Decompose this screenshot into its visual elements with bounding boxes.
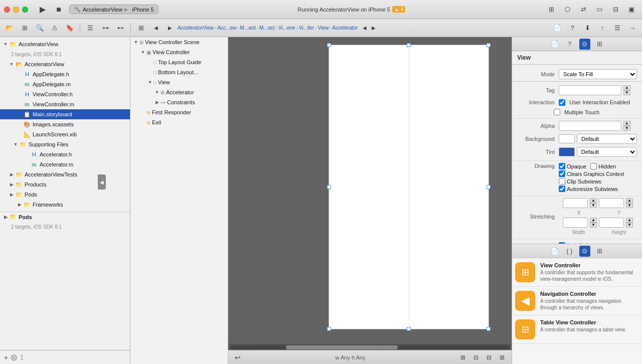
- lib-tab-code[interactable]: { }: [564, 246, 575, 257]
- disc-constr[interactable]: [153, 99, 160, 106]
- filter-icon[interactable]: ⊛: [10, 352, 18, 363]
- handle-ml[interactable]: [327, 185, 331, 189]
- breadcrumb-item-7[interactable]: View: [318, 25, 329, 31]
- disclosure-project[interactable]: [2, 41, 9, 48]
- disc-pods2[interactable]: [2, 214, 9, 221]
- breadcrumb-back[interactable]: ◀: [149, 22, 163, 35]
- sh-up[interactable]: ▲: [626, 218, 633, 223]
- sidebar-item-main-storyboard[interactable]: 📋 Main.storyboard: [0, 109, 130, 119]
- back-btn[interactable]: ↩: [232, 352, 243, 363]
- library-item-table-view-controller[interactable]: ⊟ Table View Controller A controller tha…: [512, 315, 642, 344]
- lib-tab-objects[interactable]: ⊙: [579, 246, 590, 257]
- autoresize-checkbox[interactable]: [559, 186, 565, 192]
- scheme-selector[interactable]: 🔨 AcceleratorView ▶ iPhone 5: [69, 5, 158, 14]
- disclosure-sf[interactable]: [12, 141, 19, 148]
- tab-attributes-inspector[interactable]: ⊙: [579, 39, 590, 50]
- share-icon[interactable]: ⬡: [561, 3, 574, 16]
- library-item-navigation-controller[interactable]: ◀ Navigation Controller A controller tha…: [512, 287, 642, 315]
- outline-scene[interactable]: ⊞ View Controller Scene: [130, 37, 228, 47]
- next-issue-icon[interactable]: ▶: [370, 22, 378, 35]
- tint-color-swatch[interactable]: [559, 147, 575, 156]
- sw-dn[interactable]: ▼: [590, 223, 597, 228]
- help-icon[interactable]: ?: [566, 22, 579, 35]
- disclosure-av[interactable]: [8, 61, 15, 68]
- tab-file-inspector[interactable]: 📄: [549, 39, 560, 50]
- sidebar-item-viewcontroller-h[interactable]: H ViewController.h: [0, 89, 130, 99]
- breadcrumb-item-5[interactable]: Vi...ene: [278, 25, 295, 31]
- sy-up[interactable]: ▲: [626, 198, 633, 203]
- stretch-x-input[interactable]: 0: [563, 198, 588, 208]
- sidebar-item-supporting-files[interactable]: 📁 Supporting Files: [0, 139, 130, 149]
- sidebar-item-accelerator-h[interactable]: H Accelerator.h: [0, 149, 130, 159]
- stretch-h-stepper[interactable]: ▲ ▼: [626, 218, 633, 228]
- extra-icon[interactable]: ☰: [611, 22, 624, 35]
- alpha-increment[interactable]: ▲: [623, 121, 630, 126]
- library-item-view-controller[interactable]: ⊞ View Controller A controller that supp…: [512, 258, 642, 287]
- hierarchy-icon[interactable]: ⊶: [99, 22, 112, 35]
- clip-subviews-checkbox[interactable]: [559, 178, 565, 185]
- sidebar-item-images-xcassets[interactable]: 🎨 Images.xcassets: [0, 119, 130, 129]
- zoom-in-btn[interactable]: ⊞: [497, 352, 508, 363]
- multiple-touch-checkbox[interactable]: [554, 109, 560, 115]
- tag-stepper[interactable]: ▲ ▼: [623, 85, 630, 95]
- breadcrumb-item-8[interactable]: Accelerator: [333, 25, 358, 31]
- bookmark-icon[interactable]: 🔖: [63, 22, 76, 35]
- disc-pods[interactable]: [8, 191, 15, 198]
- zoom-out-btn[interactable]: ⊟: [484, 352, 495, 363]
- sort-icon[interactable]: ↕: [20, 352, 24, 362]
- disc-fw[interactable]: [16, 201, 23, 208]
- handle-bl[interactable]: [327, 327, 331, 331]
- minimize-button[interactable]: [13, 7, 19, 13]
- outline-exit[interactable]: ⊗ Exit: [130, 117, 228, 127]
- background-color-swatch[interactable]: [559, 134, 575, 143]
- sx-up[interactable]: ▲: [590, 198, 597, 203]
- handle-br[interactable]: [487, 327, 491, 331]
- tint-select[interactable]: Default: [577, 147, 637, 157]
- split-icon[interactable]: ⊟: [609, 3, 622, 16]
- breadcrumb-forward[interactable]: ▶: [164, 22, 177, 35]
- outline-view[interactable]: □ View: [130, 77, 228, 87]
- add-file-button[interactable]: +: [4, 353, 8, 361]
- handle-tr[interactable]: [487, 43, 491, 47]
- handle-tl[interactable]: [327, 43, 331, 47]
- nav-icon[interactable]: ⊞: [545, 3, 558, 16]
- breadcrumb-item-3[interactable]: M...ard: [240, 25, 256, 31]
- stretch-h-input[interactable]: 1: [599, 218, 624, 228]
- user-interaction-checkbox[interactable]: [559, 99, 565, 106]
- breadcrumb-item-2[interactable]: Acc...ew: [217, 25, 236, 31]
- outline-bottom-layout[interactable]: □ Bottom Layout...: [130, 67, 228, 77]
- stretch-w-stepper[interactable]: ▲ ▼: [590, 218, 597, 228]
- lib-tab-file[interactable]: 📄: [549, 246, 560, 257]
- sidebar-item-acceleratorview-folder[interactable]: 📂 AcceleratorView: [0, 59, 130, 69]
- disc-view[interactable]: [146, 79, 153, 86]
- sidebar-item-pods[interactable]: 📁 Pods: [0, 190, 130, 200]
- close-button[interactable]: [4, 7, 10, 13]
- sw-up[interactable]: ▲: [590, 218, 597, 223]
- alpha-stepper[interactable]: ▲ ▼: [623, 121, 630, 131]
- disc-vc[interactable]: [139, 49, 146, 56]
- tab-quick-help[interactable]: ?: [564, 39, 575, 50]
- background-select[interactable]: Default: [577, 134, 637, 144]
- fit-width-btn[interactable]: ⊞: [457, 352, 468, 363]
- right-icon[interactable]: →: [626, 22, 639, 35]
- inspector-toggle-icon[interactable]: ▣: [625, 3, 638, 16]
- sidebar-item-pods-group[interactable]: 📁 Pods: [0, 212, 130, 222]
- tag-input[interactable]: 0: [559, 85, 621, 95]
- warning-icon[interactable]: ⚠: [48, 22, 61, 35]
- layout-toggle-icon[interactable]: ▭: [593, 3, 606, 16]
- storyboard-canvas[interactable]: [228, 37, 512, 344]
- breadcrumb-item-6[interactable]: Vi...ller: [299, 25, 314, 31]
- project-root[interactable]: 📁 AcceleratorView: [0, 39, 130, 49]
- file-inspector-icon[interactable]: 📄: [551, 22, 564, 35]
- prev-issue-icon[interactable]: ◀: [361, 22, 369, 35]
- stretch-y-stepper[interactable]: ▲ ▼: [626, 198, 633, 208]
- disc-acc[interactable]: [153, 89, 160, 96]
- back-forward-icon[interactable]: ⇄: [577, 3, 590, 16]
- alpha-input[interactable]: 1: [559, 121, 621, 131]
- tag-decrement[interactable]: ▼: [623, 90, 630, 95]
- sidebar-item-launchscreen[interactable]: 📐 LaunchScreen.xib: [0, 129, 130, 139]
- download-icon[interactable]: ⬇: [581, 22, 594, 35]
- sidebar-item-frameworks[interactable]: 📁 Frameworks: [0, 200, 130, 210]
- sidebar-item-appdelegate-h[interactable]: H AppDelegate.h: [0, 69, 130, 79]
- mode-select[interactable]: Scale To Fill: [559, 69, 637, 79]
